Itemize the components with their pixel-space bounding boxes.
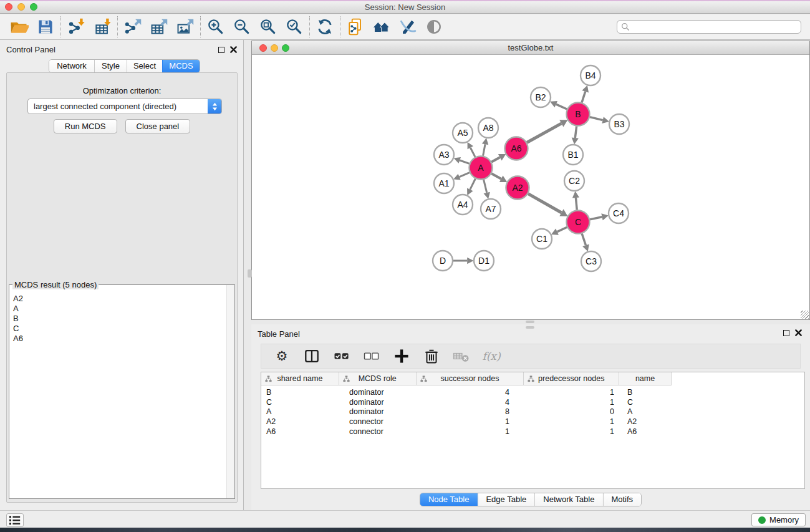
table-cell[interactable]: 8 (417, 407, 524, 416)
home-button[interactable] (369, 16, 395, 38)
node-A2[interactable]: A2 (506, 177, 529, 200)
memory-button[interactable]: Memory (751, 513, 806, 526)
zoom-out-button[interactable] (229, 16, 255, 38)
edge-A-A3[interactable] (460, 160, 469, 163)
node-A[interactable]: A (470, 157, 493, 180)
node-B4[interactable]: B4 (581, 65, 600, 85)
zoom-in-button[interactable] (203, 16, 229, 38)
table-cell[interactable]: 1 (417, 427, 524, 436)
network-window-titlebar[interactable]: testGlobe.txt (252, 41, 809, 55)
refresh-view-button[interactable] (312, 16, 338, 38)
table-cell[interactable]: dominator (339, 398, 417, 407)
criterion-dropdown[interactable]: largest connected component (directed) (27, 99, 222, 114)
table-cell[interactable]: connector (339, 417, 417, 426)
result-item[interactable]: A (13, 304, 234, 314)
edge-B-B3[interactable] (590, 117, 603, 120)
edge-C-C3[interactable] (582, 233, 586, 245)
toggle-column-layout-button[interactable] (301, 346, 322, 367)
tab-style[interactable]: Style (94, 60, 127, 72)
edge-A-A8[interactable] (483, 144, 485, 155)
node-B[interactable]: B (567, 103, 590, 126)
import-network-button[interactable] (63, 16, 89, 38)
float-table-panel-icon[interactable] (783, 330, 789, 336)
deselect-all-rows-button[interactable] (361, 346, 382, 367)
table-cell[interactable]: 1 (524, 398, 620, 407)
tab-mcds[interactable]: MCDS (162, 60, 200, 72)
result-item[interactable]: C (13, 324, 234, 334)
node-C2[interactable]: C2 (564, 171, 584, 191)
tab-motifs[interactable]: Motifs (602, 493, 641, 506)
show-graphics-details-button[interactable] (421, 16, 447, 38)
table-cell[interactable]: B (261, 388, 339, 397)
table-row[interactable]: Bdominator41B (261, 387, 804, 397)
node-A6[interactable]: A6 (505, 137, 528, 160)
edge-A-A7[interactable] (484, 180, 487, 193)
column-header-name[interactable]: name (619, 372, 671, 385)
open-session-button[interactable] (6, 16, 32, 38)
table-row[interactable]: A2connector11A2 (261, 417, 804, 427)
column-header-mcds-role[interactable]: MCDS role (339, 372, 417, 385)
table-cell[interactable]: A6 (620, 427, 672, 436)
column-header-shared-name[interactable]: shared name (261, 372, 339, 385)
zoom-selected-button[interactable] (281, 16, 307, 38)
node-C[interactable]: C (567, 211, 590, 234)
float-panel-icon[interactable] (218, 47, 224, 53)
tab-node-table[interactable]: Node Table (420, 493, 478, 506)
tab-network[interactable]: Network (49, 60, 94, 72)
export-image-button[interactable] (172, 16, 198, 38)
table-row[interactable]: A6connector11A6 (261, 427, 804, 437)
table-cell[interactable]: B (620, 388, 672, 397)
column-header-successor-nodes[interactable]: successor nodes (417, 372, 524, 385)
edge-B-B2[interactable] (556, 104, 567, 109)
table-cell[interactable]: C (620, 398, 672, 407)
tab-edge-table[interactable]: Edge Table (477, 493, 534, 506)
hide-labels-button[interactable] (395, 16, 421, 38)
result-scrollbar[interactable] (226, 285, 234, 498)
result-item[interactable]: B (13, 314, 234, 324)
table-cell[interactable]: A2 (261, 417, 339, 426)
node-A4[interactable]: A4 (453, 195, 473, 215)
import-table-button[interactable] (89, 16, 115, 38)
edge-C-C4[interactable] (590, 217, 602, 220)
tab-network-table[interactable]: Network Table (534, 493, 602, 506)
export-table-button[interactable] (146, 16, 172, 38)
node-D[interactable]: D (433, 251, 453, 271)
tab-select[interactable]: Select (127, 60, 162, 72)
close-panel-button[interactable]: Close panel (125, 119, 191, 133)
node-A3[interactable]: A3 (434, 145, 454, 165)
table-cell[interactable]: 1 (417, 417, 524, 426)
table-cell[interactable]: 0 (524, 407, 620, 416)
table-cell[interactable]: connector (339, 427, 417, 436)
edge-A-A6[interactable] (491, 157, 500, 162)
copy-network-button[interactable] (342, 16, 369, 38)
node-B1[interactable]: B1 (563, 145, 583, 165)
edge-A-A5[interactable] (470, 148, 475, 157)
table-cell[interactable]: 4 (417, 398, 524, 407)
node-A8[interactable]: A8 (478, 118, 498, 138)
edge-B-B1[interactable] (575, 126, 576, 138)
search-input[interactable] (632, 21, 801, 32)
node-D1[interactable]: D1 (474, 251, 494, 271)
export-network-button[interactable] (120, 16, 146, 38)
node-B3[interactable]: B3 (609, 114, 629, 134)
table-row[interactable]: Cdominator41C (261, 397, 804, 407)
table-cell[interactable]: A6 (261, 427, 339, 436)
resize-grip-icon[interactable] (801, 311, 809, 319)
create-column-button[interactable] (391, 346, 412, 367)
table-cell[interactable]: C (261, 398, 339, 407)
edge-A-A4[interactable] (470, 179, 476, 190)
run-mcds-button[interactable]: Run MCDS (54, 119, 117, 133)
table-cell[interactable]: A2 (620, 417, 672, 426)
search-field[interactable] (617, 20, 801, 34)
node-C1[interactable]: C1 (532, 229, 552, 249)
table-cell[interactable]: 1 (524, 427, 620, 436)
select-all-rows-button[interactable] (331, 346, 352, 367)
close-panel-icon[interactable] (230, 46, 237, 53)
edge-B-B4[interactable] (582, 92, 586, 103)
close-table-panel-icon[interactable] (795, 329, 802, 336)
horizontal-splitter-handle-2[interactable] (526, 326, 534, 329)
table-cell[interactable]: 4 (417, 388, 524, 397)
table-row[interactable]: Adominator80A (261, 407, 804, 417)
zoom-fit-button[interactable] (255, 16, 281, 38)
node-B2[interactable]: B2 (531, 87, 551, 107)
